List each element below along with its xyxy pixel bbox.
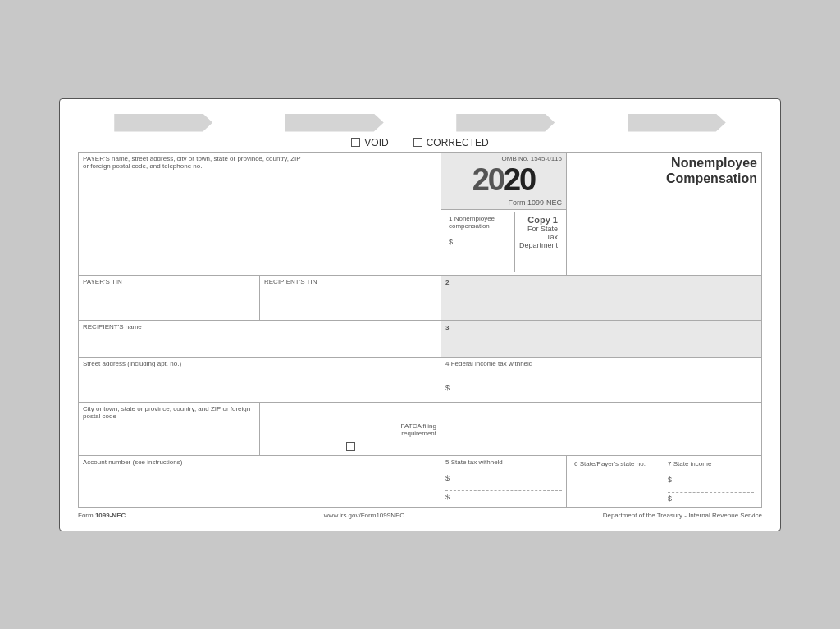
year-prefix: 20 bbox=[472, 162, 504, 197]
row-street: Street address (including apt. no.) 4 Fe… bbox=[79, 357, 762, 402]
form-title-line1: Nonemployee bbox=[671, 156, 757, 170]
row-account-state: Account number (see instructions) 5 Stat… bbox=[79, 455, 762, 507]
corrected-label: CORRECTED bbox=[427, 137, 489, 148]
fatca-label2: requirement bbox=[264, 430, 436, 437]
row-tin: PAYER'S TIN RECIPIENT'S TIN 2 bbox=[79, 275, 762, 320]
form-table: PAYER'S name, street address, city or to… bbox=[78, 152, 762, 508]
copy-num: Copy 1 bbox=[527, 215, 558, 225]
box1-copy-split: 1 Nonemployee compensation $ Copy 1 For … bbox=[441, 209, 567, 275]
fatca-checkbox[interactable] bbox=[346, 442, 355, 451]
corrected-checkbox[interactable] bbox=[413, 138, 422, 147]
box6-7-cell: 6 State/Payer's state no. 7 State income… bbox=[566, 455, 761, 507]
box5-dollar1: $ bbox=[445, 474, 450, 482]
box6-label: 6 State/Payer's state no. bbox=[574, 460, 660, 467]
box3-cell: 3 bbox=[441, 320, 762, 357]
box2-label: 2 bbox=[445, 279, 449, 286]
form-container: VOID CORRECTED PAYER'S name, street addr… bbox=[59, 98, 781, 531]
box1-label: 1 Nonemployee compensation bbox=[449, 215, 511, 230]
box7-dollar1: $ bbox=[668, 476, 672, 484]
account-label: Account number (see instructions) bbox=[83, 458, 436, 466]
row-city-fatca: City or town, state or province, country… bbox=[79, 402, 762, 455]
recipient-name-label: RECIPIENT'S name bbox=[83, 323, 436, 330]
tab-4 bbox=[628, 114, 726, 132]
box3-label: 3 bbox=[445, 324, 449, 331]
form-title: Nonemployee Compensation bbox=[571, 155, 757, 186]
box5-label: 5 State tax withheld bbox=[445, 458, 562, 466]
footer-url: www.irs.gov/Form1099NEC bbox=[324, 512, 404, 519]
tabs-row bbox=[78, 114, 762, 132]
row-payer-header: PAYER'S name, street address, city or to… bbox=[79, 152, 762, 209]
tab-3 bbox=[456, 114, 555, 132]
tab-2 bbox=[285, 114, 384, 132]
row-recipient-name: RECIPIENT'S name 3 bbox=[79, 320, 762, 357]
form-footer: Form 1099-NEC www.irs.gov/Form1099NEC De… bbox=[78, 512, 762, 519]
corrected-checkbox-item[interactable]: CORRECTED bbox=[413, 137, 489, 148]
box2-cell: 2 bbox=[441, 275, 762, 320]
year-display: 2020 bbox=[445, 164, 562, 195]
omb-number: OMB No. 1545-0116 bbox=[445, 155, 562, 162]
recipient-tin-label: RECIPIENT'S TIN bbox=[264, 278, 436, 285]
year-omb-cell: OMB No. 1545-0116 2020 Form 1099-NEC bbox=[441, 152, 567, 209]
city-label: City or town, state or province, country… bbox=[83, 405, 255, 420]
street-cell: Street address (including apt. no.) bbox=[79, 357, 441, 402]
payer-tin-label: PAYER'S TIN bbox=[83, 278, 255, 285]
city-cell: City or town, state or province, country… bbox=[79, 402, 260, 455]
void-checkbox-item[interactable]: VOID bbox=[351, 137, 388, 148]
tab-1 bbox=[114, 114, 212, 132]
account-cell: Account number (see instructions) bbox=[79, 455, 441, 507]
box1-dollar: $ bbox=[449, 238, 453, 246]
void-label: VOID bbox=[364, 137, 388, 148]
copy-label: Copy 1 For State Tax Department bbox=[519, 215, 558, 249]
payer-tin-cell: PAYER'S TIN bbox=[79, 275, 260, 320]
box1-inner-cell: 1 Nonemployee compensation $ bbox=[445, 212, 514, 272]
box7-label: 7 State income bbox=[668, 460, 754, 467]
box5-dollar2: $ bbox=[445, 490, 562, 501]
box4-label: 4 Federal income tax withheld bbox=[445, 360, 757, 367]
year-suffix: 20 bbox=[504, 162, 535, 197]
fatca-empty-cell bbox=[441, 402, 762, 455]
street-label: Street address (including apt. no.) bbox=[83, 360, 436, 367]
recipient-name-cell: RECIPIENT'S name bbox=[79, 320, 441, 357]
box6-inner: 6 State/Payer's state no. bbox=[571, 458, 664, 504]
box4-cell: 4 Federal income tax withheld $ bbox=[441, 357, 762, 402]
box7-inner: 7 State income $ $ bbox=[664, 458, 757, 504]
footer-form-text: Form bbox=[78, 512, 95, 519]
fatca-cell: FATCA filing requirement bbox=[260, 402, 441, 455]
footer-dept: Department of the Treasury - Internal Re… bbox=[603, 512, 762, 519]
header-checkboxes: VOID CORRECTED bbox=[78, 137, 762, 148]
form-number: Form 1099-NEC bbox=[445, 198, 562, 207]
form-title-line2: Compensation bbox=[666, 171, 757, 185]
box4-dollar: $ bbox=[445, 384, 450, 392]
payer-name-cell: PAYER'S name, street address, city or to… bbox=[79, 152, 441, 275]
footer-form-label: Form 1099-NEC bbox=[78, 512, 126, 519]
box5-cell: 5 State tax withheld $ $ bbox=[441, 455, 567, 507]
copy-desc1: For State Tax bbox=[527, 225, 558, 241]
box7-dollar2: $ bbox=[668, 492, 754, 503]
payer-name-label: PAYER'S name, street address, city or to… bbox=[83, 155, 436, 162]
footer-form-bold: 1099-NEC bbox=[95, 512, 126, 519]
title-cell: Nonemployee Compensation bbox=[566, 152, 761, 275]
void-checkbox[interactable] bbox=[351, 138, 360, 147]
copy-cell: Copy 1 For State Tax Department bbox=[514, 212, 562, 272]
recipient-tin-cell: RECIPIENT'S TIN bbox=[260, 275, 441, 320]
payer-name-label2: or foreign postal code, and telephone no… bbox=[83, 162, 436, 170]
copy-desc2: Department bbox=[519, 241, 558, 249]
fatca-label: FATCA filing bbox=[264, 422, 436, 430]
